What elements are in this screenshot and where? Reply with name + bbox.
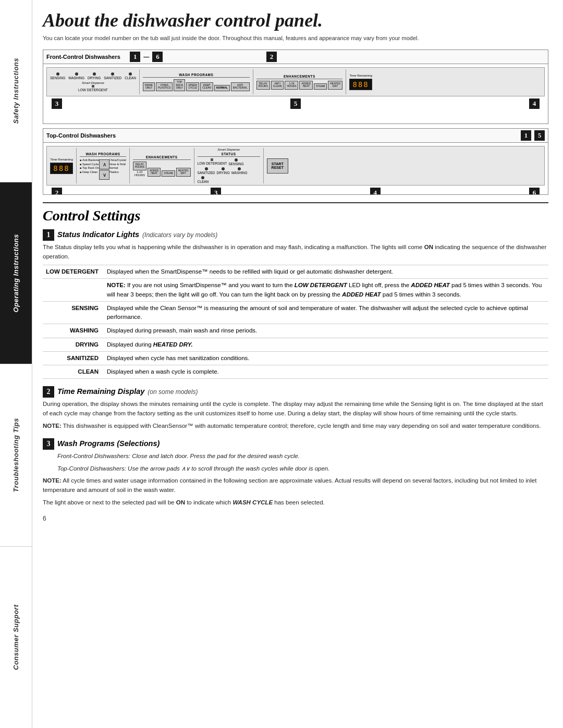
section-2-body: During operation, the display shows the …: [43, 400, 548, 418]
wash-programs-group: Wash Programs RinseOnly ChinaPlastics To…: [143, 73, 250, 91]
section-2-title: Time Remaining Display: [57, 387, 144, 396]
table-text-washing: Displayed during prewash, main wash and …: [104, 324, 548, 338]
top-status-group: Smart Dispense Status Low Detergent Sens…: [198, 148, 260, 183]
table-label-note: [43, 279, 104, 302]
sidebar: Safety Instructions Operating Instructio…: [0, 0, 32, 728]
section-2-subtitle: (on some models): [148, 388, 198, 396]
table-row-note: NOTE: If you are not using SmartDispense…: [43, 279, 548, 302]
table-text-sanitized: Displayed when cycle has met sanitizatio…: [104, 351, 548, 365]
sidebar-section-troubleshooting: Troubleshooting Tips: [0, 364, 32, 547]
section-3-header: 3 Wash Programs (Selections): [43, 438, 548, 450]
diag-num-6b: 6: [529, 188, 540, 194]
top-time-display: 888: [50, 163, 73, 174]
section-3-body2: Top-Control Dishwashers: Use the arrow p…: [57, 464, 548, 474]
diag-num-3b: 3: [211, 188, 221, 194]
top-display-group: Time Remaining 888: [50, 158, 73, 174]
section-1-subtitle: (Indicators vary by models): [142, 231, 217, 239]
start-reset-group: StartReset: [267, 158, 288, 174]
top-control-diagram: Top-Control Dishwashers 1 5 Time Remaini…: [43, 128, 548, 195]
diag-num-2a: 2: [266, 52, 277, 62]
display-group: Time Remaining 888: [349, 74, 372, 90]
table-row-clean: CLEAN Displayed when a wash cycle is com…: [43, 365, 548, 379]
section-2: 2 Time Remaining Display (on some models…: [43, 386, 548, 430]
diag-num-1b: 1: [521, 130, 531, 141]
top-control-label: Top-Control Dishwashers: [46, 132, 116, 139]
table-row-sanitized: SANITIZED Displayed when cycle has met s…: [43, 351, 548, 365]
top-wash-programs-group: Wash Programs Anti-Bacterial Speed Cycle…: [80, 152, 126, 180]
page-title: About the dishwasher control panel.: [43, 9, 548, 31]
section-3-title: Wash Programs (Selections): [57, 439, 160, 448]
table-text-clean: Displayed when a wash cycle is complete.: [104, 365, 548, 379]
diag-num-1: 1: [130, 52, 140, 62]
main-content: About the dishwasher control panel. You …: [32, 0, 563, 728]
page-subtitle: You can locate your model number on the …: [43, 34, 548, 42]
section-3-final: The light above or next to the selected …: [43, 498, 548, 508]
table-row-drying: DRYING Displayed during HEATED DRY.: [43, 338, 548, 351]
table-label-drying: DRYING: [43, 338, 104, 351]
section-3: 3 Wash Programs (Selections) Front-Contr…: [43, 438, 548, 508]
section-divider: [43, 202, 548, 203]
section-3-body1: Front-Control Dishwashers: Close and lat…: [57, 452, 548, 461]
page-number: 6: [43, 515, 548, 522]
front-control-diagram: Front-Control Dishwashers 1 — 6 2: [43, 50, 548, 124]
sidebar-section-safety: Safety Instructions: [0, 0, 32, 182]
time-display: 888: [349, 79, 372, 90]
sidebar-label-operating: Operating Instructions: [12, 234, 20, 312]
section-2-number: 2: [43, 386, 54, 398]
section-3-note: NOTE: All cycle times and water usage in…: [43, 476, 548, 495]
section-1: 1 Status Indicator Lights (Indicators va…: [43, 229, 548, 379]
front-control-label: Front-Control Dishwashers 1 — 6 2: [43, 50, 548, 64]
sidebar-section-consumer: Consumer Support: [0, 547, 32, 729]
table-row-washing: WASHING Displayed during prewash, main w…: [43, 324, 548, 338]
section-3-number: 3: [43, 438, 54, 450]
section-1-body: The Status display tells you what is hap…: [43, 243, 548, 262]
top-diagram-body: Time Remaining 888 Wash Programs Anti-Ba…: [43, 142, 548, 194]
section-2-header: 2 Time Remaining Display (on some models…: [43, 386, 548, 398]
sidebar-label-consumer: Consumer Support: [12, 604, 20, 670]
section-1-header: 1 Status Indicator Lights (Indicators va…: [43, 229, 548, 241]
table-row-sensing: SENSING Displayed while the Clean Sensor…: [43, 301, 548, 324]
sidebar-label-troubleshooting: Troubleshooting Tips: [12, 418, 20, 492]
table-label-sensing: SENSING: [43, 301, 104, 324]
table-label-washing: WASHING: [43, 324, 104, 338]
section-1-title: Status Indicator Lights: [57, 230, 139, 239]
table-label-low-detergent: LOW DETERGENT: [43, 265, 104, 279]
diag-num-3: 3: [52, 98, 62, 109]
table-text-note: NOTE: If you are not using SmartDispense…: [104, 279, 548, 302]
table-text-low-detergent: Displayed when the SmartDispense™ needs …: [104, 265, 548, 279]
section-2-note: NOTE: This dishwasher is equipped with C…: [43, 422, 548, 431]
diag-num-6a: 6: [152, 52, 163, 62]
section-1-number: 1: [43, 229, 54, 241]
diag-num-5b: 5: [534, 130, 545, 141]
diag-num-5a: 5: [290, 98, 301, 109]
status-table: LOW DETERGENT Displayed when the SmartDi…: [43, 265, 548, 379]
table-label-sanitized: SANITIZED: [43, 351, 104, 365]
sidebar-section-operating: Operating Instructions: [0, 182, 32, 365]
table-text-drying: Displayed during HEATED DRY.: [104, 338, 548, 351]
diag-num-4a: 4: [529, 98, 540, 109]
front-diagram-body: Sensing Washing Drying Sanitized Clean S…: [43, 64, 548, 124]
control-settings-title: Control Settings: [43, 207, 548, 224]
enhancements-group: Enhancements DelayHours AntiClean 1-24Ho…: [256, 75, 342, 90]
diag-num-2b: 2: [52, 188, 62, 194]
sidebar-label-safety: Safety Instructions: [12, 58, 20, 124]
top-control-label-row: Top-Control Dishwashers 1 5: [43, 129, 548, 142]
table-text-sensing: Displayed while the Clean Sensor™ is mea…: [104, 301, 548, 324]
top-enhancements-group: Enhancements DelayHours 1-24Hours AddedH…: [133, 155, 191, 177]
table-label-clean: CLEAN: [43, 365, 104, 379]
diag-num-4b: 4: [370, 188, 381, 194]
table-row-low-detergent: LOW DETERGENT Displayed when the SmartDi…: [43, 265, 548, 279]
status-group: Sensing Washing Drying Sanitized Clean S…: [50, 72, 136, 92]
